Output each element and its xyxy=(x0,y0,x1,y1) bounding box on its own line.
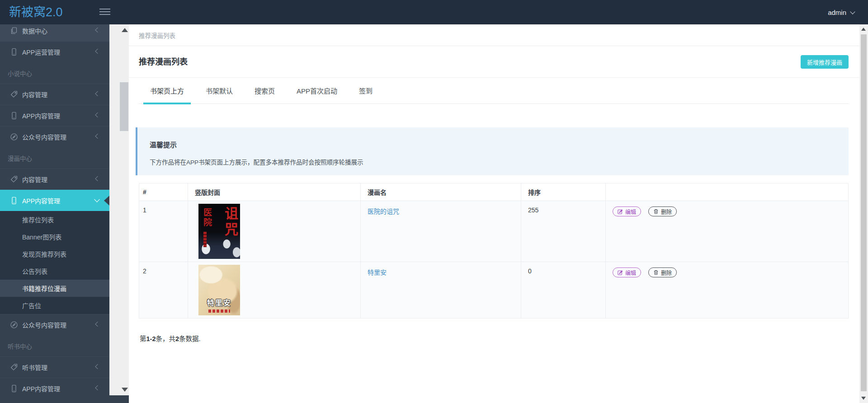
table-header-row: # 竖版封面 漫画名 排序 xyxy=(139,183,849,201)
column-header-actions xyxy=(606,183,849,201)
edit-button[interactable]: 编辑 xyxy=(613,267,641,277)
comic-name-link[interactable]: 特里安 xyxy=(368,269,387,276)
trash-icon xyxy=(653,270,659,275)
phone-icon xyxy=(10,48,18,56)
scroll-down-arrow-icon[interactable] xyxy=(122,388,128,392)
tags-icon xyxy=(10,363,18,371)
hamburger-icon xyxy=(99,9,110,9)
notice-title: 温馨提示 xyxy=(150,141,840,149)
edit-icon xyxy=(618,270,623,275)
sidebar-toggle-button[interactable] xyxy=(99,9,111,16)
comic-cover-image[interactable]: 诅咒 医院 xyxy=(198,204,240,259)
tags-icon xyxy=(10,90,18,98)
phone-icon xyxy=(10,197,18,205)
main-content: 推荐漫画列表 推荐漫画列表 新增推荐漫画 书架页上方 书架默认 搜索页 APP首… xyxy=(129,24,859,403)
app-logo: 新被窝2.0 xyxy=(9,0,63,24)
copy-icon xyxy=(10,27,18,35)
trash-icon xyxy=(653,209,659,214)
phone-icon xyxy=(10,384,18,393)
tags-icon xyxy=(10,175,18,183)
tab-search-page[interactable]: 搜索页 xyxy=(248,77,282,103)
compass-icon xyxy=(10,321,18,329)
user-name: admin xyxy=(828,9,846,16)
tab-app-first-launch[interactable]: APP首次启动 xyxy=(290,77,344,103)
sort-value: 0 xyxy=(521,262,606,319)
breadcrumb: 推荐漫画列表 xyxy=(129,24,859,46)
breadcrumb-item[interactable]: 推荐漫画列表 xyxy=(139,31,175,40)
column-header-name: 漫画名 xyxy=(361,183,521,201)
tab-bookshelf-top[interactable]: 书架页上方 xyxy=(143,77,191,103)
add-recommend-comic-button[interactable]: 新增推荐漫画 xyxy=(801,55,849,69)
notice-body: 下方作品将在APP书架页面上方展示，配置多本推荐作品时会按照顺序轮播展示 xyxy=(150,159,840,167)
row-index: 2 xyxy=(139,262,188,319)
comic-name-link[interactable]: 医院的诅咒 xyxy=(368,208,399,215)
page-title: 推荐漫画列表 xyxy=(139,47,188,77)
sidebar-scrollbar[interactable] xyxy=(109,24,129,395)
top-navbar: 新被窝2.0 admin xyxy=(0,0,868,24)
scroll-up-arrow-icon[interactable] xyxy=(861,28,866,31)
tab-bookshelf-default[interactable]: 书架默认 xyxy=(199,77,240,103)
notice-box: 温馨提示 下方作品将在APP书架页面上方展示，配置多本推荐作品时会按照顺序轮播展… xyxy=(136,127,849,175)
sidebar-scrollbar-thumb[interactable] xyxy=(120,82,128,131)
scroll-down-arrow-icon[interactable] xyxy=(861,397,866,400)
column-header-cover: 竖版封面 xyxy=(188,183,361,201)
edit-button[interactable]: 编辑 xyxy=(613,206,641,216)
phone-icon xyxy=(10,112,18,120)
page-scrollbar[interactable] xyxy=(859,24,868,403)
delete-button[interactable]: 删除 xyxy=(648,267,677,277)
compass-icon xyxy=(10,133,18,141)
page-header: 推荐漫画列表 新增推荐漫画 xyxy=(129,47,859,78)
row-index: 1 xyxy=(139,201,188,262)
chevron-down-icon xyxy=(850,9,855,14)
tab-bar: 书架页上方 书架默认 搜索页 APP首次启动 签到 xyxy=(139,77,849,104)
tab-sign-in[interactable]: 签到 xyxy=(352,77,379,103)
recommend-comic-table: # 竖版封面 漫画名 排序 1 诅咒 医院 xyxy=(139,183,849,319)
user-menu[interactable]: admin xyxy=(828,0,854,24)
scroll-up-arrow-icon[interactable] xyxy=(122,28,128,32)
app-root: 新被窝2.0 admin 数据中心 APP运营管理 xyxy=(0,0,868,403)
delete-button[interactable]: 删除 xyxy=(648,206,677,216)
table-row: 2 特里安 特里安 0 编辑 xyxy=(139,262,849,319)
pagination-summary: 第1-2条，共2条数据. xyxy=(140,333,201,343)
column-header-index: # xyxy=(139,183,188,201)
comic-cover-image[interactable]: 特里安 xyxy=(198,265,240,315)
edit-icon xyxy=(618,209,623,214)
column-header-sort: 排序 xyxy=(521,183,606,201)
table-row: 1 诅咒 医院 医院的诅咒 255 编辑 xyxy=(139,201,849,262)
sort-value: 255 xyxy=(521,201,606,262)
page-scrollbar-thumb[interactable] xyxy=(861,34,867,391)
